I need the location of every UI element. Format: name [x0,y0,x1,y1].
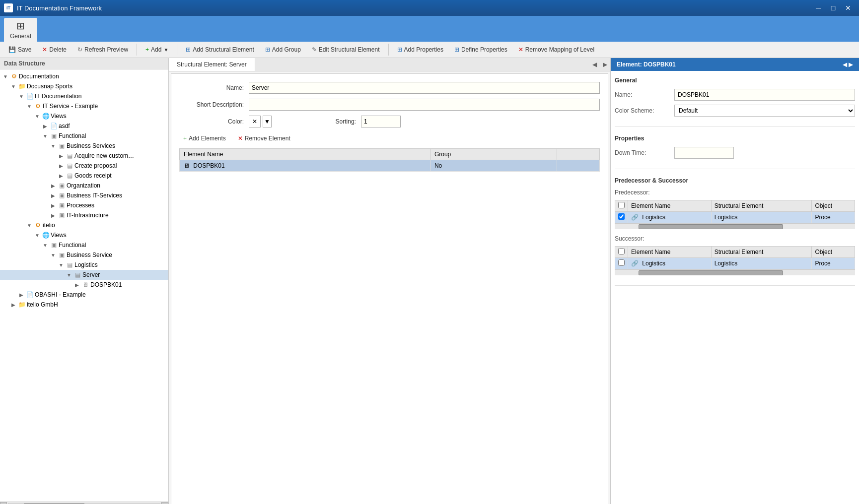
tree-item-business-service[interactable]: ▼ ▣ Business Service [0,250,168,260]
toggle-itelio-gmbh[interactable]: ▶ [10,302,17,308]
color-box[interactable]: ✕ [249,116,261,127]
pred-table-row[interactable]: 🔗 Logistics Logistics Proce [615,212,855,223]
color-dropdown-btn[interactable]: ▼ [263,116,272,127]
hscroll-right-btn[interactable]: ▶ [161,502,168,504]
pred-hscrollbar[interactable] [615,223,855,229]
pred-check-all[interactable] [618,202,625,208]
succ-check-all[interactable] [618,248,625,254]
toggle-obashi[interactable]: ▶ [18,292,25,298]
tree-item-dospbk01[interactable]: ▶ 🖥 DOSPBK01 [0,280,168,290]
tree-label-views-2: Views [51,232,67,239]
toggle-business-service[interactable]: ▼ [50,252,57,258]
minimize-button[interactable]: ─ [811,3,825,13]
center-nav-next[interactable]: ▶ [600,60,610,69]
remove-element-btn[interactable]: ✕ Remove Element [234,133,294,143]
tree-item-functional-1[interactable]: ▼ ▣ Functional [0,131,168,141]
acquire-icon: ▤ [66,152,73,160]
add-structural-label: Add Structural Element [193,46,254,53]
toggle-business-it[interactable]: ▶ [50,193,57,198]
delete-button[interactable]: ✕ Delete [38,44,71,56]
tree-item-documentation[interactable]: ▼ ⚙ Documentation [0,71,168,81]
sorting-input[interactable] [361,116,401,127]
toggle-it-service[interactable]: ▼ [26,104,33,109]
toggle-it-infra[interactable]: ▶ [50,213,57,218]
refresh-button[interactable]: ↻ Refresh Preview [73,44,133,56]
toggle-server[interactable]: ▼ [66,272,72,278]
succ-table-row[interactable]: 🔗 Logistics Logistics Proce [615,258,855,269]
maximize-button[interactable]: □ [826,3,840,13]
close-button[interactable]: ✕ [841,3,855,13]
toggle-docusnap-sports[interactable]: ▼ [10,84,17,89]
succ-hscrollbar[interactable] [615,269,855,275]
title-bar: IT IT Documentation Framework ─ □ ✕ [0,0,859,16]
tree-item-server[interactable]: ▼ ▤ Server [0,270,168,280]
tree-item-goods-receipt[interactable]: ▶ ▤ Goods receipt [0,171,168,181]
short-desc-input[interactable] [249,99,600,111]
tree-item-it-documentation[interactable]: ▼ 📄 IT Documentation [0,91,168,101]
center-tab-server[interactable]: Structural Element: Server [169,58,255,71]
add-elements-btn[interactable]: + Add Elements [179,133,230,143]
pred-checkbox[interactable] [618,213,625,220]
toggle-logistics[interactable]: ▼ [58,262,65,268]
tree-container[interactable]: ▼ ⚙ Documentation ▼ 📁 Docusnap Sports ▼ … [0,69,168,502]
right-name-input[interactable] [674,89,855,101]
tree-item-it-infra[interactable]: ▶ ▣ IT-Infrastructure [0,210,168,220]
define-properties-button[interactable]: ⊞ Define Properties [450,44,512,56]
tree-item-obashi[interactable]: ▶ 📄 OBASHI - Example [0,290,168,300]
remove-mapping-button[interactable]: ✕ Remove Mapping of Level [514,44,599,56]
toggle-functional-2[interactable]: ▼ [42,243,49,248]
edit-structural-button[interactable]: ✎ Edit Structural Element [307,44,384,56]
delete-icon: ✕ [42,46,47,53]
add-button[interactable]: + Add ▼ [141,44,173,56]
window-controls[interactable]: ─ □ ✕ [811,3,855,13]
toggle-organization[interactable]: ▶ [50,183,57,189]
toggle-documentation[interactable]: ▼ [2,74,9,79]
tree-item-docusnap-sports[interactable]: ▼ 📁 Docusnap Sports [0,81,168,91]
toggle-processes[interactable]: ▶ [50,203,57,208]
name-input[interactable] [249,82,600,94]
tree-item-create-proposal[interactable]: ▶ ▤ Create proposal [0,161,168,171]
hscroll-left-btn[interactable]: ◀ [0,502,7,504]
tree-item-business-services[interactable]: ▼ ▣ Business Services [0,141,168,151]
toggle-itelio[interactable]: ▼ [26,223,33,228]
toggle-asdf[interactable]: ▶ [42,124,49,129]
tree-item-itelio-gmbh[interactable]: ▶ 📁 itelio GmbH [0,300,168,310]
table-row[interactable]: 🖥 DOSPBK01 No [180,160,600,172]
tree-item-functional-2[interactable]: ▼ ▣ Functional [0,240,168,250]
toggle-dospbk01[interactable]: ▶ [73,282,80,288]
tree-item-views-2[interactable]: ▼ 🌐 Views [0,230,168,240]
toggle-goods-receipt[interactable]: ▶ [58,173,65,179]
succ-checkbox[interactable] [618,259,625,266]
right-panel-header: Element: DOSPBK01 ◀ ▶ [611,58,859,71]
down-time-input[interactable] [674,147,734,159]
tree-item-views-1[interactable]: ▼ 🌐 Views [0,111,168,121]
tab-general[interactable]: ⊞ General [4,18,37,42]
tree-item-it-service[interactable]: ▼ ⚙ IT Service - Example [0,101,168,111]
toggle-it-documentation[interactable]: ▼ [18,94,25,99]
toggle-functional-1[interactable]: ▼ [42,133,49,139]
toggle-acquire[interactable]: ▶ [58,153,65,159]
add-structural-button[interactable]: ⊞ Add Structural Element [181,44,258,56]
tree-item-logistics[interactable]: ▼ ▤ Logistics [0,260,168,270]
right-nav-next[interactable]: ▶ [849,61,853,68]
add-group-button[interactable]: ⊞ Add Group [261,44,305,56]
add-properties-button[interactable]: ⊞ Add Properties [393,44,448,56]
toggle-create-proposal[interactable]: ▶ [58,163,65,169]
tree-item-acquire[interactable]: ▶ ▤ Acquire new custom… [0,151,168,161]
tree-item-processes[interactable]: ▶ ▣ Processes [0,200,168,210]
toggle-views-1[interactable]: ▼ [34,114,41,119]
toggle-business-services[interactable]: ▼ [50,143,57,149]
docusnap-sports-icon: 📁 [18,82,26,90]
toggle-views-2[interactable]: ▼ [34,233,41,238]
tree-item-organization[interactable]: ▶ ▣ Organization [0,181,168,190]
right-color-scheme-select[interactable]: Default [674,105,855,117]
tree-label-processes: Processes [67,202,94,209]
tree-item-business-it[interactable]: ▶ ▣ Business IT-Services [0,190,168,200]
tree-item-itelio[interactable]: ▼ ⚙ itelio [0,220,168,230]
right-nav-prev[interactable]: ◀ [843,61,847,68]
tree-item-asdf[interactable]: ▶ 📄 asdf [0,121,168,131]
save-button[interactable]: 💾 Save [4,44,36,56]
left-panel-hscroll[interactable]: ◀ ▶ [0,502,168,504]
center-nav-prev[interactable]: ◀ [589,60,600,69]
color-label: Color: [179,118,249,125]
